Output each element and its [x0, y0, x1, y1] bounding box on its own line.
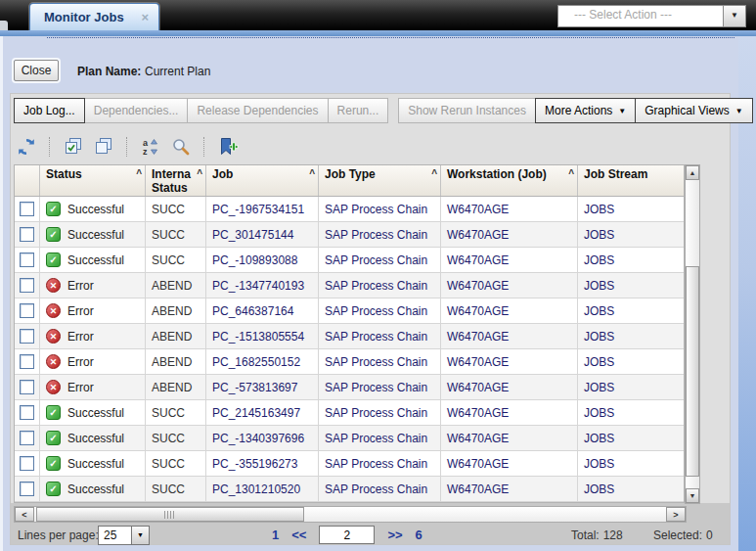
job-stream-cell: JOBS [578, 324, 684, 348]
job-link[interactable]: PC_2145163497 [212, 406, 300, 420]
dropdown-arrow-icon[interactable]: ▼ [131, 527, 149, 544]
row-checkbox[interactable] [20, 303, 34, 318]
cell-value: JOBS [584, 355, 614, 369]
tab-close-icon[interactable]: × [142, 10, 150, 24]
job-type-cell: SAP Process Chain [319, 349, 441, 374]
plan-name-label: Plan Name: [77, 65, 141, 78]
tab-monitor-jobs[interactable]: Monitor Jobs × [29, 3, 159, 30]
h-scroll-thumb[interactable] [36, 507, 304, 522]
select-all-icon[interactable] [61, 134, 86, 160]
row-checkbox[interactable] [20, 456, 34, 471]
job-link[interactable]: PC_646387164 [212, 304, 293, 318]
table-row: ✓SuccessfulSUCCPC_301475144SAP Process C… [15, 222, 684, 248]
page-prev-link[interactable]: << [291, 528, 306, 542]
job-type-cell: SAP Process Chain [319, 248, 441, 272]
job-link[interactable]: PC_-573813697 [212, 381, 297, 394]
v-scroll-track[interactable] [686, 180, 699, 488]
job-link[interactable]: PC_-1967534151 [212, 203, 304, 216]
column-label: Status [152, 181, 196, 195]
job-link[interactable]: PC_1301210520 [212, 482, 300, 496]
cell-value: W6470AGE [447, 228, 509, 242]
action-button-graphical-views[interactable]: Graphical Views▼ [635, 98, 752, 123]
internal-status-cell: ABEND [146, 298, 206, 323]
scroll-down-button[interactable]: ▼ [686, 488, 699, 503]
close-button[interactable]: Close [14, 60, 59, 81]
dropdown-arrow-icon[interactable]: ▼ [723, 6, 745, 26]
job-link[interactable]: PC_-1513805554 [212, 330, 304, 344]
h-scroll-track[interactable] [34, 507, 666, 522]
row-checkbox[interactable] [20, 354, 34, 369]
status-cell: ✓Successful [40, 400, 146, 425]
internal-status-cell: SUCC [146, 477, 206, 501]
row-checkbox[interactable] [20, 202, 34, 216]
status-cell: ✓Successful [40, 477, 146, 501]
scroll-right-button[interactable]: > [666, 507, 686, 522]
lines-per-page-value: 25 [99, 527, 131, 544]
toolbar-divider [203, 137, 205, 157]
page-next-link[interactable]: >> [387, 528, 402, 542]
horizontal-scrollbar[interactable]: < > [14, 506, 687, 523]
column-header-internal-status[interactable]: InternaStatus^ [146, 165, 206, 196]
vertical-scrollbar[interactable]: ▲ ▼ [685, 164, 700, 504]
action-button-more-actions[interactable]: More Actions▼ [535, 98, 636, 123]
row-checkbox[interactable] [20, 431, 34, 445]
job-link[interactable]: PC_1682550152 [212, 355, 300, 369]
job-link[interactable]: PC_-109893088 [212, 253, 297, 267]
column-header-checkbox [15, 165, 40, 196]
internal-status-value: ABEND [152, 355, 192, 369]
v-scroll-thumb[interactable] [686, 266, 699, 477]
cell-value: W6470AGE [447, 253, 509, 267]
checkbox-cell [15, 222, 40, 247]
total-label: Total: [571, 528, 600, 542]
select-action-dropdown[interactable]: --- Select Action --- ▼ [557, 5, 746, 27]
table-row: ✓SuccessfulSUCCPC_-109893088SAP Process … [15, 248, 684, 273]
job-stream-cell: JOBS [578, 375, 684, 399]
lines-per-page-select[interactable]: 25 ▼ [98, 526, 150, 545]
tab-bar: Monitor Jobs × --- Select Action --- ▼ [0, 0, 756, 30]
row-checkbox[interactable] [20, 482, 34, 496]
scroll-up-button[interactable]: ▲ [686, 165, 699, 180]
cell-value: SAP Process Chain [325, 253, 427, 267]
job-type-cell: SAP Process Chain [319, 273, 441, 298]
deselect-all-icon[interactable] [91, 134, 116, 160]
job-link[interactable]: PC_-1340397696 [212, 432, 304, 445]
page-last-link[interactable]: 6 [416, 528, 422, 542]
job-link[interactable]: PC_-355196273 [212, 457, 297, 471]
internal-status-value: SUCC [152, 482, 185, 496]
table-row: ✓SuccessfulSUCCPC_2145163497SAP Process … [15, 400, 684, 426]
row-checkbox[interactable] [20, 278, 34, 293]
status-cell: ✕Error [40, 298, 146, 323]
job-link[interactable]: PC_-1347740193 [212, 279, 304, 293]
bookmark-add-icon[interactable] [215, 134, 241, 160]
job-cell: PC_-1347740193 [206, 273, 319, 298]
row-checkbox[interactable] [20, 405, 34, 420]
row-checkbox[interactable] [20, 227, 34, 242]
internal-status-cell: ABEND [146, 324, 206, 348]
sort-icon[interactable]: az [138, 134, 163, 160]
row-checkbox[interactable] [20, 380, 34, 394]
column-header-job[interactable]: Job^ [206, 165, 319, 196]
column-header-workstation-job[interactable]: Workstation (Job)^ [441, 165, 578, 196]
table-body: ✓SuccessfulSUCCPC_-1967534151SAP Process… [14, 197, 685, 503]
row-checkbox[interactable] [20, 329, 34, 344]
row-checkbox[interactable] [20, 253, 34, 267]
column-header-job-type[interactable]: Job Type^ [319, 165, 441, 196]
page-number-input[interactable] [319, 526, 375, 544]
workstation-cell: W6470AGE [441, 477, 578, 501]
page-first-link[interactable]: 1 [272, 528, 279, 542]
refresh-icon[interactable] [14, 134, 39, 160]
column-header-status[interactable]: Status^ [40, 165, 146, 196]
job-type-cell: SAP Process Chain [319, 324, 441, 348]
sort-asc-icon: ^ [136, 167, 142, 181]
job-link[interactable]: PC_301475144 [212, 228, 293, 242]
workstation-cell: W6470AGE [441, 248, 578, 272]
select-action-value: --- Select Action --- [558, 6, 723, 26]
job-cell: PC_-1340397696 [206, 426, 319, 450]
cell-value: W6470AGE [447, 330, 509, 344]
checkbox-cell [15, 273, 40, 298]
search-icon[interactable] [168, 134, 194, 160]
column-header-job-stream[interactable]: Job Stream [578, 165, 684, 196]
scroll-left-button[interactable]: < [15, 507, 34, 522]
action-button-job-log[interactable]: Job Log... [14, 98, 85, 123]
toolbar-divider [126, 137, 128, 157]
